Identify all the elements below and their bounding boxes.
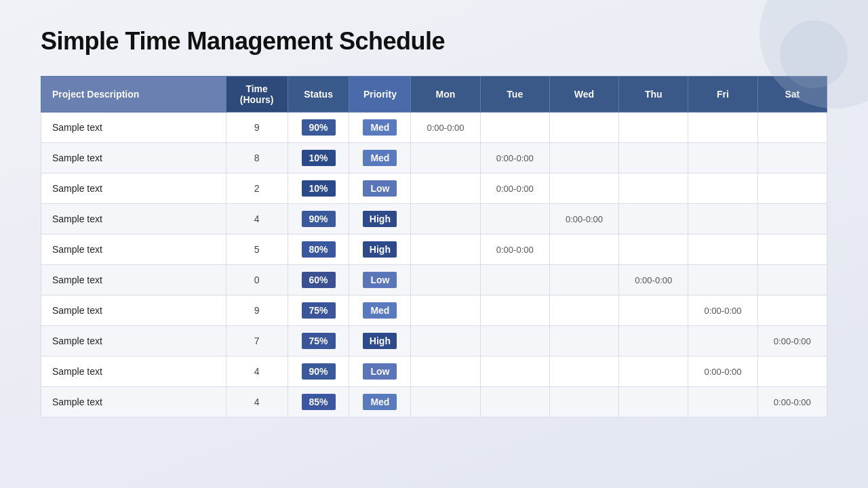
cell-thu-7 (619, 326, 688, 357)
cell-thu-1 (619, 143, 688, 174)
cell-status-7: 75% (288, 326, 349, 357)
cell-sat-4 (757, 235, 827, 265)
cell-mon-9 (411, 387, 480, 418)
cell-project-6: Sample text (41, 296, 226, 326)
header-project: Project Description (41, 77, 226, 113)
cell-sat-7: 0:00-0:00 (757, 326, 827, 357)
cell-fri-1 (688, 143, 757, 174)
cell-mon-1 (411, 143, 480, 174)
header-priority: Priority (349, 77, 411, 113)
cell-tue-0 (480, 113, 549, 143)
cell-priority-3: High (349, 204, 411, 235)
cell-time-8: 4 (226, 357, 288, 387)
cell-mon-5 (411, 265, 480, 296)
cell-fri-8: 0:00-0:00 (688, 357, 757, 387)
cell-fri-3 (688, 204, 757, 235)
cell-status-3: 90% (288, 204, 349, 235)
cell-mon-8 (411, 357, 480, 387)
cell-time-7: 7 (226, 326, 288, 357)
cell-sat-8 (757, 357, 827, 387)
cell-wed-7 (549, 326, 618, 357)
cell-sat-6 (757, 296, 827, 326)
header-fri: Fri (688, 77, 757, 113)
cell-project-3: Sample text (41, 204, 226, 235)
cell-status-4: 80% (288, 235, 349, 265)
cell-priority-7: High (349, 326, 411, 357)
cell-mon-0: 0:00-0:00 (411, 113, 480, 143)
cell-wed-3: 0:00-0:00 (549, 204, 618, 235)
cell-fri-7 (688, 326, 757, 357)
cell-time-5: 0 (226, 265, 288, 296)
header-thu: Thu (619, 77, 688, 113)
cell-fri-5 (688, 265, 757, 296)
schedule-table: Project Description Time(Hours) Status P… (41, 76, 827, 418)
cell-project-8: Sample text (41, 357, 226, 387)
cell-mon-4 (411, 235, 480, 265)
cell-fri-9 (688, 387, 757, 418)
cell-time-3: 4 (226, 204, 288, 235)
cell-time-1: 8 (226, 143, 288, 174)
cell-sat-9: 0:00-0:00 (757, 387, 827, 418)
cell-status-9: 85% (288, 387, 349, 418)
cell-wed-9 (549, 387, 618, 418)
cell-priority-0: Med (349, 113, 411, 143)
table-row: Sample text 8 10% Med 0:00-0:00 (41, 143, 827, 174)
cell-thu-5: 0:00-0:00 (619, 265, 688, 296)
cell-project-0: Sample text (41, 113, 226, 143)
cell-wed-8 (549, 357, 618, 387)
table-row: Sample text 9 75% Med 0:00-0:00 (41, 296, 827, 326)
cell-status-1: 10% (288, 143, 349, 174)
cell-tue-7 (480, 326, 549, 357)
cell-mon-3 (411, 204, 480, 235)
header-tue: Tue (480, 77, 549, 113)
cell-tue-4: 0:00-0:00 (480, 235, 549, 265)
cell-tue-1: 0:00-0:00 (480, 143, 549, 174)
cell-wed-4 (549, 235, 618, 265)
cell-tue-9 (480, 387, 549, 418)
cell-priority-8: Low (349, 357, 411, 387)
cell-thu-2 (619, 174, 688, 204)
cell-tue-2: 0:00-0:00 (480, 174, 549, 204)
cell-project-4: Sample text (41, 235, 226, 265)
cell-time-2: 2 (226, 174, 288, 204)
cell-mon-2 (411, 174, 480, 204)
cell-project-1: Sample text (41, 143, 226, 174)
header-mon: Mon (411, 77, 480, 113)
header-status: Status (288, 77, 349, 113)
table-row: Sample text 9 90% Med 0:00-0:00 (41, 113, 827, 143)
cell-time-6: 9 (226, 296, 288, 326)
table-row: Sample text 4 85% Med 0:00-0:00 (41, 387, 827, 418)
cell-time-4: 5 (226, 235, 288, 265)
table-row: Sample text 0 60% Low 0:00-0:00 (41, 265, 827, 296)
cell-sat-1 (757, 143, 827, 174)
cell-thu-3 (619, 204, 688, 235)
cell-project-5: Sample text (41, 265, 226, 296)
cell-wed-5 (549, 265, 618, 296)
cell-time-0: 9 (226, 113, 288, 143)
cell-priority-5: Low (349, 265, 411, 296)
cell-wed-0 (549, 113, 618, 143)
header-sat: Sat (757, 77, 827, 113)
cell-thu-9 (619, 387, 688, 418)
cell-thu-0 (619, 113, 688, 143)
cell-mon-6 (411, 296, 480, 326)
table-row: Sample text 5 80% High 0:00-0:00 (41, 235, 827, 265)
cell-wed-2 (549, 174, 618, 204)
cell-fri-0 (688, 113, 757, 143)
cell-tue-3 (480, 204, 549, 235)
cell-wed-6 (549, 296, 618, 326)
cell-priority-9: Med (349, 387, 411, 418)
cell-tue-5 (480, 265, 549, 296)
cell-project-2: Sample text (41, 174, 226, 204)
cell-status-0: 90% (288, 113, 349, 143)
header-time: Time(Hours) (226, 77, 288, 113)
page-title: Simple Time Management Schedule (41, 27, 827, 56)
cell-thu-8 (619, 357, 688, 387)
cell-tue-8 (480, 357, 549, 387)
cell-sat-2 (757, 174, 827, 204)
cell-tue-6 (480, 296, 549, 326)
cell-fri-4 (688, 235, 757, 265)
cell-status-8: 90% (288, 357, 349, 387)
cell-priority-1: Med (349, 143, 411, 174)
cell-fri-2 (688, 174, 757, 204)
